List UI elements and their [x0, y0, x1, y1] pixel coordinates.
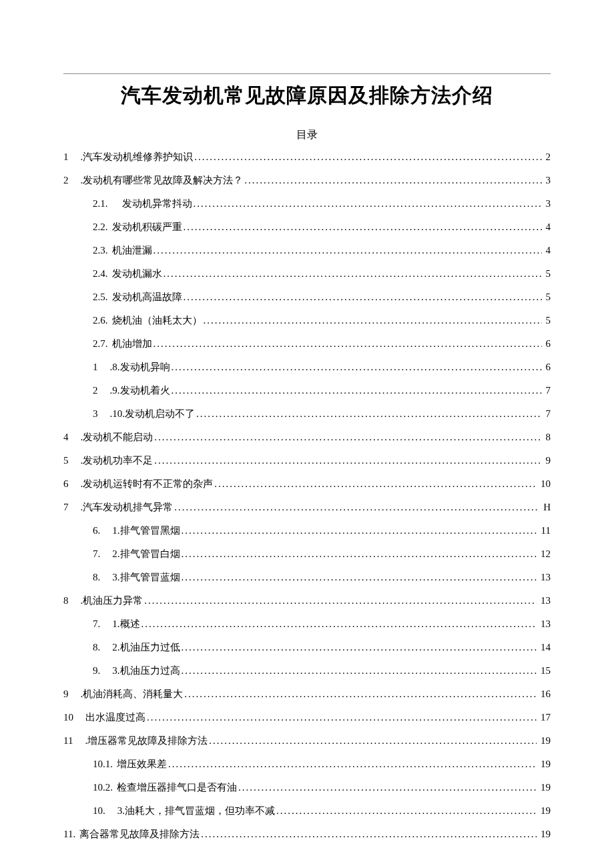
toc-entry-page: 14	[538, 639, 551, 655]
toc-entry-page: 5	[543, 266, 551, 282]
toc-leader-dots	[238, 779, 537, 795]
toc-leader-dots	[174, 499, 539, 515]
toc-entry[interactable]: 8.2.机油压力过低14	[63, 639, 551, 655]
toc-leader-dots	[204, 312, 542, 328]
toc-entry-label: 机油泄漏	[112, 242, 152, 258]
toc-leader-dots	[194, 195, 542, 211]
toc-leader-dots	[182, 569, 537, 585]
toc-entry-page: H	[541, 499, 551, 515]
toc-entry[interactable]: 9.3.机油压力过高15	[63, 663, 551, 679]
toc-entry[interactable]: 2.6.烧机油（油耗太大）5	[63, 312, 551, 328]
toc-entry[interactable]: 8.机油压力异常13	[63, 592, 551, 608]
toc-entry-number: 2	[93, 382, 102, 398]
toc-entry-number: 2.6.	[93, 312, 112, 328]
toc-entry-number: 5	[63, 452, 73, 468]
toc-entry-number: 3	[93, 406, 102, 422]
toc-entry-page: 19	[538, 756, 551, 772]
toc-entry[interactable]: 10.1.增压效果差19	[63, 756, 551, 772]
toc-entry-page: 10	[538, 476, 551, 492]
toc-entry[interactable]: 2.9.发动机着火7	[63, 382, 551, 398]
toc-entry[interactable]: 2.3.机油泄漏4	[63, 242, 551, 258]
toc-entry[interactable]: 4.发动机不能启动8	[63, 429, 551, 445]
toc-entry-label: .机油消耗高、消耗量大	[81, 686, 184, 702]
toc-entry-label: .发动机有哪些常见故障及解决方法？	[81, 172, 244, 188]
toc-leader-dots	[184, 289, 542, 305]
toc-entry-page: 13	[538, 569, 551, 585]
toc-entry-label: 检查增压器排气口是否有油	[117, 779, 237, 795]
toc-entry-label: 3.机油压力过高	[112, 663, 180, 679]
toc-entry[interactable]: 1.8.发动机异响6	[63, 359, 551, 375]
toc-entry-label: 出水温度过高	[85, 709, 145, 725]
toc-leader-dots	[172, 359, 542, 375]
toc-entry[interactable]: 2.2.发动机积碳严重4	[63, 219, 551, 235]
toc-leader-dots	[276, 803, 537, 819]
toc-entry-page: 17	[538, 709, 551, 725]
toc-leader-dots	[154, 452, 541, 468]
toc-leader-dots	[154, 242, 542, 258]
toc-entry[interactable]: 11.离合器常见故障及排除方法19	[63, 826, 551, 842]
toc-entry[interactable]: 2.7.机油增加6	[63, 336, 551, 352]
toc-entry-label: .汽车发动机排气异常	[81, 499, 174, 515]
toc-leader-dots	[154, 429, 541, 445]
toc-entry[interactable]: 7.2.排气管冒白烟12	[63, 546, 551, 562]
toc-entry[interactable]: 6.1.排气管冒黑烟11	[63, 522, 551, 538]
toc-entry-number: 8.	[93, 639, 104, 655]
toc-entry-page: 5	[543, 289, 551, 305]
toc-entry[interactable]: 9.机油消耗高、消耗量大16	[63, 686, 551, 702]
toc-entry-page: 2	[543, 149, 551, 165]
toc-entry-page: 7	[543, 382, 551, 398]
toc-entry-number: 2.2.	[93, 219, 112, 235]
toc-entry[interactable]: 10出水温度过高17	[63, 709, 551, 725]
toc-leader-dots	[196, 406, 542, 422]
toc-entry-page: 6	[543, 359, 551, 375]
toc-entry-page: 3	[543, 195, 551, 211]
toc-entry-number: 11.	[63, 826, 79, 842]
toc-entry-label: .8.发动机异响	[110, 359, 170, 375]
toc-entry-label: 增压效果差	[117, 756, 167, 772]
toc-entry-label: 3.油耗大，排气冒蓝烟，但功率不减	[117, 803, 275, 819]
horizontal-rule	[63, 73, 551, 74]
toc-entry[interactable]: 2.1. 发动机异常抖动3	[63, 195, 551, 211]
document-title: 汽车发动机常见故障原因及排除方法介绍	[63, 82, 551, 109]
toc-leader-dots	[154, 336, 542, 352]
toc-entry-page: 8	[543, 429, 551, 445]
toc-entry-number: 2.3.	[93, 242, 112, 258]
toc-entry-label: .10.发动机启动不了	[110, 406, 196, 422]
toc-leader-dots	[214, 476, 537, 492]
toc-entry-label: 发动机漏水	[112, 266, 162, 282]
toc-entry[interactable]: 2.4.发动机漏水5	[63, 266, 551, 282]
toc-entry[interactable]: 6.发动机运转时有不正常的杂声10	[63, 476, 551, 492]
toc-entry[interactable]: 7.汽车发动机排气异常H	[63, 499, 551, 515]
toc-entry-page: 13	[538, 592, 551, 608]
toc-entry[interactable]: 2.5.发动机高温故障5	[63, 289, 551, 305]
toc-entry-number: 6.	[93, 522, 104, 538]
toc-leader-dots	[209, 733, 537, 749]
toc-entry-page: 12	[538, 546, 551, 562]
toc-leader-dots	[141, 616, 537, 632]
toc-entry-number: 7	[63, 499, 73, 515]
toc-entry[interactable]: 1.汽车发动机维修养护知识2	[63, 149, 551, 165]
toc-entry-number: 7.	[93, 546, 104, 562]
toc-entry-label: .发动机运转时有不正常的杂声	[81, 476, 214, 492]
toc-entry-number: 4	[63, 429, 73, 445]
toc-entry-label: 1.排气管冒黑烟	[112, 522, 180, 538]
toc-entry-number: 10.	[93, 803, 109, 819]
toc-entry[interactable]: 8.3.排气管冒蓝烟13	[63, 569, 551, 585]
toc-entry-number: 1	[93, 359, 102, 375]
toc-entry-number: 2.7.	[93, 336, 112, 352]
toc-entry-page: 4	[543, 242, 551, 258]
toc-entry[interactable]: 10.2.检查增压器排气口是否有油19	[63, 779, 551, 795]
toc-entry-page: 5	[543, 312, 551, 328]
toc-entry-page: 16	[538, 686, 551, 702]
toc-entry[interactable]: 10.3.油耗大，排气冒蓝烟，但功率不减19	[63, 803, 551, 819]
toc-entry-label: .发动机不能启动	[81, 429, 154, 445]
toc-entry[interactable]: 3.10.发动机启动不了7	[63, 406, 551, 422]
toc-entry-label: 3.排气管冒蓝烟	[112, 569, 180, 585]
toc-entry-page: 3	[543, 172, 551, 188]
toc-entry-label: 烧机油（油耗太大）	[112, 312, 202, 328]
toc-entry[interactable]: 2.发动机有哪些常见故障及解决方法？3	[63, 172, 551, 188]
toc-leader-dots	[164, 266, 542, 282]
toc-entry[interactable]: 11.增压器常见故障及排除方法19	[63, 733, 551, 749]
toc-entry[interactable]: 5.发动机功率不足9	[63, 452, 551, 468]
toc-entry[interactable]: 7.1.概述13	[63, 616, 551, 632]
